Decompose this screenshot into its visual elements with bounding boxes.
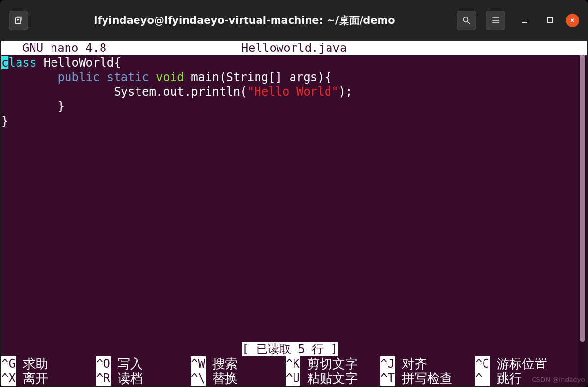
- maximize-button[interactable]: [540, 11, 560, 30]
- nano-version: GNU nano 4.8: [8, 41, 106, 55]
- nano-status-line: [ 已读取 5 行 ]: [1, 342, 578, 356]
- code-text: System.out.println(: [1, 85, 247, 99]
- close-icon: [570, 17, 575, 23]
- search-icon: [462, 16, 471, 25]
- nano-shortcuts: ^G求助 ^O写入 ^W搜索 ^K剪切文字 ^J对齐 ^C游标位置 ^X离开 ^…: [1, 356, 578, 386]
- shortcut-spell[interactable]: ^T拼写检查: [380, 371, 475, 386]
- string-literal: "Hello World": [247, 85, 339, 99]
- window-title: lfyindaeyo@lfyindaeyo-virtual-machine: ~…: [32, 14, 457, 27]
- search-button[interactable]: [457, 11, 476, 30]
- kw-class: lass: [8, 56, 36, 69]
- maximize-icon: [547, 17, 553, 24]
- new-tab-button[interactable]: [9, 11, 28, 30]
- shortcut-readfile[interactable]: ^R读档: [96, 371, 191, 386]
- kw-void: void: [156, 70, 184, 84]
- shortcut-writeout[interactable]: ^O写入: [96, 356, 191, 371]
- cursor: c: [1, 56, 8, 69]
- shortcut-row-1: ^G求助 ^O写入 ^W搜索 ^K剪切文字 ^J对齐 ^C游标位置: [1, 356, 578, 371]
- code-text: HelloWorld{: [36, 56, 121, 69]
- code-text: [1, 70, 58, 84]
- shortcut-cut[interactable]: ^K剪切文字: [286, 356, 380, 371]
- shortcut-curpos[interactable]: ^C游标位置: [475, 356, 570, 371]
- titlebar-right: [457, 11, 579, 30]
- nano-status-message: [ 已读取 5 行 ]: [242, 342, 338, 356]
- svg-rect-2: [548, 18, 553, 23]
- kw-public: public: [58, 70, 100, 84]
- shortcut-exit[interactable]: ^X离开: [1, 371, 96, 386]
- watermark: CSDN @indaeyo: [532, 376, 585, 383]
- shortcut-search[interactable]: ^W搜索: [191, 356, 286, 371]
- code-text: }: [1, 114, 8, 128]
- scrollbar[interactable]: [578, 41, 587, 386]
- terminal-body[interactable]: GNU nano 4.8 Helloworld.java class Hello…: [1, 41, 587, 386]
- svg-point-1: [463, 17, 468, 22]
- shortcut-paste[interactable]: ^U粘贴文字: [286, 371, 380, 386]
- close-button[interactable]: [566, 14, 579, 27]
- new-tab-icon: [14, 16, 23, 25]
- editor-content[interactable]: class HelloWorld{ public static void mai…: [1, 55, 587, 128]
- terminal-window: lfyindaeyo@lfyindaeyo-virtual-machine: ~…: [0, 0, 588, 387]
- code-text: );: [339, 85, 353, 99]
- code-text: }: [1, 100, 65, 113]
- scrollbar-thumb[interactable]: [580, 41, 585, 342]
- code-text: [100, 70, 106, 84]
- shortcut-help[interactable]: ^G求助: [1, 356, 96, 371]
- shortcut-replace[interactable]: ^\替换: [191, 371, 286, 386]
- menu-button[interactable]: [486, 11, 505, 30]
- minimize-icon: [521, 17, 528, 24]
- nano-header: GNU nano 4.8 Helloworld.java: [1, 41, 587, 55]
- kw-static: static: [107, 70, 149, 84]
- shortcut-row-2: ^X离开 ^R读档 ^\替换 ^U粘贴文字 ^T拼写检查 ^_跳行: [1, 371, 578, 386]
- titlebar: lfyindaeyo@lfyindaeyo-virtual-machine: ~…: [0, 0, 588, 41]
- code-text: [149, 70, 156, 84]
- minimize-button[interactable]: [515, 11, 535, 30]
- shortcut-justify[interactable]: ^J对齐: [380, 356, 475, 371]
- code-text: main(String[] args){: [184, 70, 331, 84]
- hamburger-icon: [491, 16, 501, 25]
